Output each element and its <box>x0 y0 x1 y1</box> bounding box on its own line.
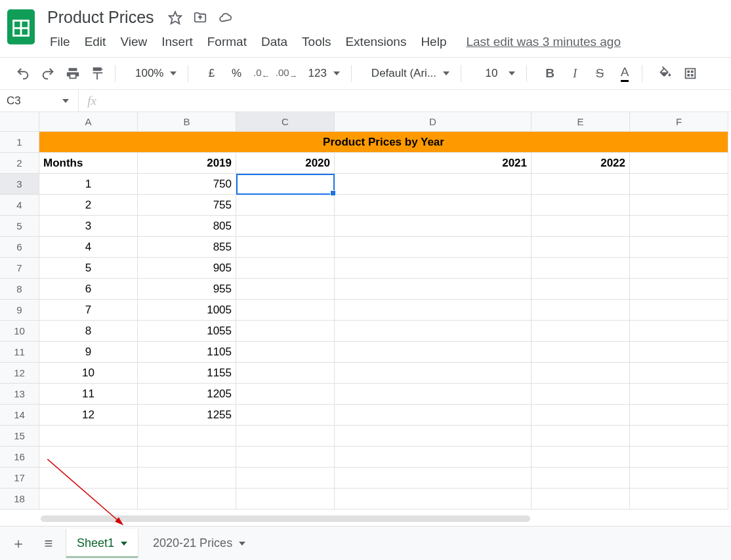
cell-a6[interactable]: 4 <box>39 237 138 258</box>
row-header-10[interactable]: 10 <box>0 321 39 342</box>
cell-f10[interactable] <box>630 321 728 342</box>
row-header-13[interactable]: 13 <box>0 384 39 405</box>
cell-e14[interactable] <box>532 405 630 426</box>
cell-a3[interactable]: 1 <box>39 174 138 195</box>
row-header-16[interactable]: 16 <box>0 447 39 468</box>
row-header-18[interactable]: 18 <box>0 489 39 510</box>
cell-a9[interactable]: 7 <box>39 300 138 321</box>
cell-a2[interactable]: Months <box>39 153 138 174</box>
bold-button[interactable]: B <box>540 64 560 83</box>
cell-a10[interactable]: 8 <box>39 321 138 342</box>
cell-e2[interactable]: 2022 <box>532 153 630 174</box>
cell-b13[interactable]: 1205 <box>138 384 236 405</box>
italic-button[interactable]: I <box>565 64 585 83</box>
row-header-2[interactable]: 2 <box>0 153 39 174</box>
cell-e17[interactable] <box>532 468 630 489</box>
cell-b10[interactable]: 1055 <box>138 321 236 342</box>
name-box[interactable]: C3 <box>0 90 79 111</box>
cell-c5[interactable] <box>236 216 335 237</box>
cell-f3[interactable] <box>630 174 728 195</box>
cell-c10[interactable] <box>236 321 335 342</box>
cell-b16[interactable] <box>138 447 236 468</box>
select-all-corner[interactable] <box>0 112 39 132</box>
cell-b8[interactable]: 955 <box>138 279 236 300</box>
cell-e7[interactable] <box>532 258 630 279</box>
row-header-1[interactable]: 1 <box>0 132 39 153</box>
cell-e3[interactable] <box>532 174 630 195</box>
cell-f6[interactable] <box>630 237 728 258</box>
cell-a16[interactable] <box>39 447 138 468</box>
cell-c14[interactable] <box>236 405 335 426</box>
menu-format[interactable]: Format <box>201 32 253 52</box>
redo-button[interactable] <box>38 64 58 83</box>
title-cell[interactable]: Product Prices by Year <box>39 132 728 153</box>
cell-e8[interactable] <box>532 279 630 300</box>
cell-d5[interactable] <box>335 216 532 237</box>
cell-d3[interactable] <box>335 174 532 195</box>
zoom-dropdown[interactable]: 100% <box>129 67 180 80</box>
cell-c6[interactable] <box>236 237 335 258</box>
cell-b2[interactable]: 2019 <box>138 153 236 174</box>
cell-a17[interactable] <box>39 468 138 489</box>
row-header-7[interactable]: 7 <box>0 258 39 279</box>
cell-d14[interactable] <box>335 405 532 426</box>
cell-c13[interactable] <box>236 384 335 405</box>
cell-b17[interactable] <box>138 468 236 489</box>
cell-f9[interactable] <box>630 300 728 321</box>
print-button[interactable] <box>63 64 83 83</box>
move-folder-icon[interactable] <box>192 10 208 26</box>
decrease-decimal-button[interactable]: .0← <box>251 64 271 83</box>
cell-a12[interactable]: 10 <box>39 363 138 384</box>
cell-c2[interactable]: 2020 <box>236 153 335 174</box>
menu-file[interactable]: File <box>43 32 77 52</box>
cell-b11[interactable]: 1105 <box>138 342 236 363</box>
number-format-dropdown[interactable]: 123 <box>301 67 343 80</box>
cell-b12[interactable]: 1155 <box>138 363 236 384</box>
cell-c3[interactable] <box>236 174 335 195</box>
row-header-9[interactable]: 9 <box>0 300 39 321</box>
row-header-17[interactable]: 17 <box>0 468 39 489</box>
star-icon[interactable] <box>167 10 183 26</box>
font-dropdown[interactable]: Default (Ari... <box>365 67 453 80</box>
cell-c17[interactable] <box>236 468 335 489</box>
cell-a13[interactable]: 11 <box>39 384 138 405</box>
increase-decimal-button[interactable]: .00→ <box>276 64 296 83</box>
cell-a8[interactable]: 6 <box>39 279 138 300</box>
cloud-status-icon[interactable] <box>217 10 233 26</box>
cell-d2[interactable]: 2021 <box>335 153 532 174</box>
cell-e13[interactable] <box>532 384 630 405</box>
cell-f17[interactable] <box>630 468 728 489</box>
column-header-c[interactable]: C <box>236 112 335 132</box>
document-title[interactable]: Product Prices <box>43 7 158 28</box>
cell-c16[interactable] <box>236 447 335 468</box>
cell-f2[interactable] <box>630 153 728 174</box>
cell-e15[interactable] <box>532 426 630 447</box>
row-header-14[interactable]: 14 <box>0 405 39 426</box>
cell-e4[interactable] <box>532 195 630 216</box>
cell-e10[interactable] <box>532 321 630 342</box>
currency-button[interactable]: £ <box>201 64 221 83</box>
add-sheet-button[interactable]: ＋ <box>5 530 31 557</box>
strike-button[interactable]: S <box>590 64 610 83</box>
cell-c7[interactable] <box>236 258 335 279</box>
cell-d18[interactable] <box>335 489 532 510</box>
cell-f18[interactable] <box>630 489 728 510</box>
cell-c12[interactable] <box>236 363 335 384</box>
column-header-e[interactable]: E <box>532 112 630 132</box>
column-header-a[interactable]: A <box>39 112 138 132</box>
row-header-15[interactable]: 15 <box>0 426 39 447</box>
cell-b7[interactable]: 905 <box>138 258 236 279</box>
cell-d11[interactable] <box>335 342 532 363</box>
font-size-dropdown[interactable]: 10 <box>474 67 519 80</box>
all-sheets-button[interactable]: ≡ <box>35 530 62 557</box>
row-header-8[interactable]: 8 <box>0 279 39 300</box>
cell-f15[interactable] <box>630 426 728 447</box>
cell-d16[interactable] <box>335 447 532 468</box>
column-header-f[interactable]: F <box>630 112 728 132</box>
column-header-d[interactable]: D <box>335 112 532 132</box>
menu-extensions[interactable]: Extensions <box>339 32 413 52</box>
cell-e5[interactable] <box>532 216 630 237</box>
cell-b4[interactable]: 755 <box>138 195 236 216</box>
cell-b3[interactable]: 750 <box>138 174 236 195</box>
row-header-4[interactable]: 4 <box>0 195 39 216</box>
